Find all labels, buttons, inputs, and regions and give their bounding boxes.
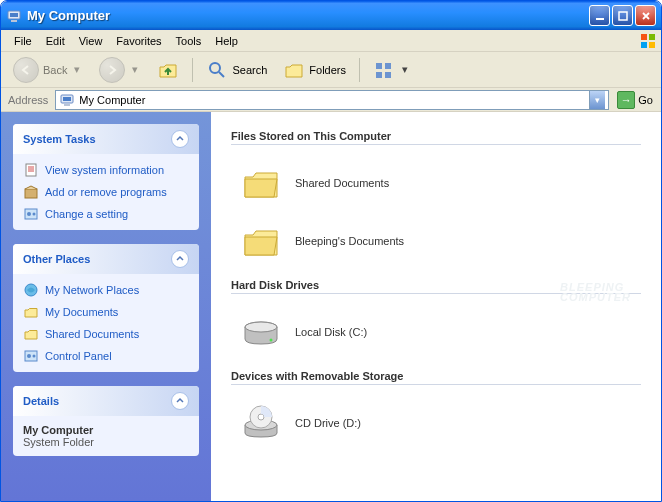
address-dropdown-icon[interactable]: ▾ <box>589 91 605 109</box>
back-button[interactable]: Back ▾ <box>7 53 89 87</box>
back-arrow-icon <box>13 57 39 83</box>
network-places-link[interactable]: My Network Places <box>23 282 189 298</box>
package-icon <box>23 184 39 200</box>
section-heading: Devices with Removable Storage <box>231 370 641 385</box>
folder-icon <box>23 304 39 320</box>
section-heading: Hard Disk Drives <box>231 279 641 294</box>
item-label: Bleeping's Documents <box>295 235 404 247</box>
panel-title: Details <box>23 395 59 407</box>
menu-help[interactable]: Help <box>208 32 245 50</box>
svg-point-20 <box>27 212 31 216</box>
shared-documents-link[interactable]: Shared Documents <box>23 326 189 342</box>
svg-point-25 <box>33 355 36 358</box>
document-icon <box>23 162 39 178</box>
svg-point-27 <box>245 322 277 332</box>
collapse-icon <box>171 130 189 148</box>
close-button[interactable] <box>635 5 656 26</box>
folders-label: Folders <box>309 64 346 76</box>
panel-title: Other Places <box>23 253 90 265</box>
system-tasks-header[interactable]: System Tasks <box>13 124 199 154</box>
menu-tools[interactable]: Tools <box>169 32 209 50</box>
search-label: Search <box>232 64 267 76</box>
control-panel-icon <box>23 348 39 364</box>
system-tasks-panel: System Tasks View system information Add… <box>13 124 199 230</box>
item-label: CD Drive (D:) <box>295 417 361 429</box>
item-label: Shared Documents <box>295 177 389 189</box>
menu-favorites[interactable]: Favorites <box>109 32 168 50</box>
link-label: Control Panel <box>45 350 112 362</box>
other-places-panel: Other Places My Network Places My Docume… <box>13 244 199 372</box>
folder-icon <box>241 221 281 261</box>
go-label: Go <box>638 94 653 106</box>
back-dropdown-icon: ▾ <box>71 58 83 82</box>
folder-up-icon <box>157 59 179 81</box>
folder-icon <box>23 326 39 342</box>
svg-rect-13 <box>385 72 391 78</box>
hdd-icon <box>241 312 281 352</box>
back-label: Back <box>43 64 67 76</box>
svg-rect-3 <box>596 18 604 20</box>
cd-drive-item[interactable]: CD Drive (D:) <box>231 397 641 455</box>
svg-rect-15 <box>63 97 71 101</box>
maximize-button[interactable] <box>612 5 633 26</box>
link-label: My Documents <box>45 306 118 318</box>
collapse-icon <box>171 392 189 410</box>
view-system-info-link[interactable]: View system information <box>23 162 189 178</box>
menu-edit[interactable]: Edit <box>39 32 72 50</box>
forward-button[interactable]: ▾ <box>93 53 147 87</box>
svg-rect-16 <box>64 104 70 106</box>
computer-icon <box>59 92 75 108</box>
item-label: Local Disk (C:) <box>295 326 367 338</box>
separator <box>192 58 193 82</box>
svg-rect-2 <box>11 20 17 22</box>
forward-arrow-icon <box>99 57 125 83</box>
folders-icon <box>283 59 305 81</box>
menu-view[interactable]: View <box>72 32 110 50</box>
panel-title: System Tasks <box>23 133 96 145</box>
svg-rect-17 <box>26 164 36 176</box>
other-places-header[interactable]: Other Places <box>13 244 199 274</box>
address-input[interactable]: My Computer ▾ <box>55 90 609 110</box>
svg-point-31 <box>258 414 264 420</box>
svg-rect-6 <box>649 34 655 40</box>
folders-button[interactable]: Folders <box>277 55 352 85</box>
svg-rect-4 <box>619 12 627 20</box>
link-label: My Network Places <box>45 284 139 296</box>
local-disk-item[interactable]: Local Disk (C:) <box>231 306 641 364</box>
up-button[interactable] <box>151 55 185 85</box>
cd-icon <box>241 403 281 443</box>
svg-point-9 <box>210 63 220 73</box>
user-documents-item[interactable]: Bleeping's Documents <box>231 215 641 273</box>
computer-icon <box>6 8 22 24</box>
address-bar: Address My Computer ▾ → Go <box>1 88 661 112</box>
link-label: View system information <box>45 164 164 176</box>
views-button[interactable]: ▾ <box>367 54 417 86</box>
my-documents-link[interactable]: My Documents <box>23 304 189 320</box>
svg-rect-11 <box>385 63 391 69</box>
svg-rect-10 <box>376 63 382 69</box>
change-setting-link[interactable]: Change a setting <box>23 206 189 222</box>
minimize-button[interactable] <box>589 5 610 26</box>
svg-rect-7 <box>641 42 647 48</box>
windows-flag-icon <box>639 32 657 50</box>
add-remove-programs-link[interactable]: Add or remove programs <box>23 184 189 200</box>
search-button[interactable]: Search <box>200 55 273 85</box>
main-pane: BLEEPING COMPUTER Files Stored on This C… <box>211 112 661 501</box>
menu-file[interactable]: File <box>7 32 39 50</box>
svg-rect-12 <box>376 72 382 78</box>
section-heading: Files Stored on This Computer <box>231 130 641 145</box>
control-panel-icon <box>23 206 39 222</box>
svg-rect-18 <box>25 189 37 198</box>
details-header[interactable]: Details <box>13 386 199 416</box>
svg-rect-5 <box>641 34 647 40</box>
window-title: My Computer <box>27 8 589 23</box>
svg-rect-8 <box>649 42 655 48</box>
content-area: System Tasks View system information Add… <box>1 112 661 501</box>
titlebar[interactable]: My Computer <box>1 1 661 30</box>
shared-documents-item[interactable]: Shared Documents <box>231 157 641 215</box>
go-button[interactable]: → Go <box>613 90 657 110</box>
control-panel-link[interactable]: Control Panel <box>23 348 189 364</box>
menubar: File Edit View Favorites Tools Help <box>1 30 661 52</box>
address-label: Address <box>5 94 51 106</box>
forward-dropdown-icon: ▾ <box>129 58 141 82</box>
